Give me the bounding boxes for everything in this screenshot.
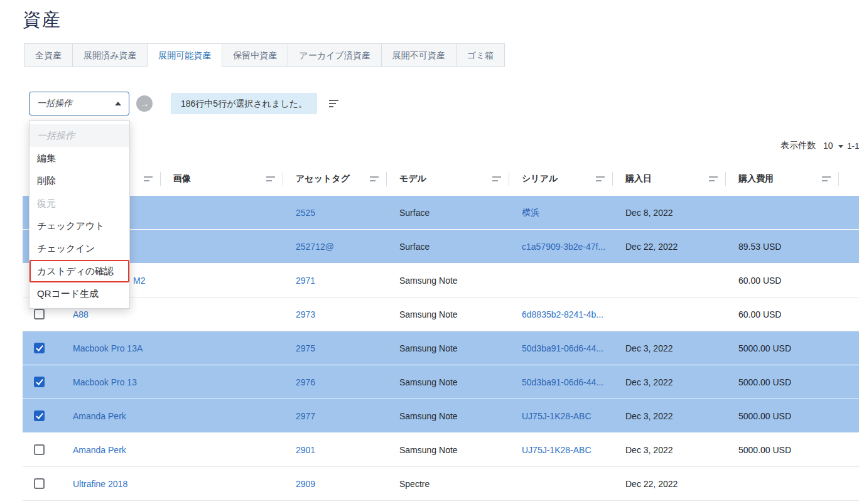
- asset-tag-link[interactable]: 252712@: [296, 242, 334, 252]
- table-cell: [23, 377, 60, 387]
- asset-tag-link[interactable]: 2973: [296, 309, 315, 319]
- assets-page: 資産 全資産展開済み資産展開可能資産保留中資産アーカイブ済資産展開不可資産ゴミ箱…: [0, 0, 859, 504]
- filter-icon[interactable]: [492, 176, 501, 181]
- filter-icon[interactable]: [370, 176, 379, 181]
- filter-icon[interactable]: [709, 176, 718, 181]
- page-title: 資産: [23, 8, 62, 33]
- table-cell: 横浜: [509, 207, 613, 218]
- purchase-cost-text: 5000.00 USD: [738, 343, 791, 353]
- purchase-date-text: Dec 22, 2022: [625, 479, 678, 489]
- column-header: 画像: [161, 162, 283, 196]
- asset-name-link[interactable]: Amanda Perk: [73, 411, 126, 421]
- table-cell: Samsung Note: [387, 445, 509, 455]
- table-cell: 2975: [283, 343, 387, 353]
- tab-3[interactable]: 展開可能資産: [147, 43, 222, 67]
- bulk-actions-menu: 一括操作編集削除復元チェックアウトチェックインカストディの確認QRコード生成: [29, 121, 130, 309]
- table-cell: 60.00 USD: [726, 309, 839, 319]
- filter-icon[interactable]: [822, 176, 831, 181]
- table-cell: [23, 343, 60, 353]
- row-checkbox[interactable]: [34, 343, 45, 353]
- tab-bar: 全資産展開済み資産展開可能資産保留中資産アーカイブ済資産展開不可資産ゴミ箱: [24, 43, 505, 67]
- table-cell: 5000.00 USD: [726, 343, 839, 353]
- tab-2[interactable]: 展開済み資産: [72, 43, 148, 67]
- filter-icon[interactable]: [144, 176, 153, 181]
- filter-icon[interactable]: [266, 176, 275, 181]
- asset-tag-link[interactable]: 2975: [296, 343, 315, 353]
- selection-alert: 186行中5行が選択されました。: [171, 93, 317, 114]
- serial-link[interactable]: UJ75J-1K28-ABC: [522, 445, 592, 455]
- column-label: 購入日: [625, 173, 652, 185]
- serial-link[interactable]: 横浜: [522, 207, 539, 217]
- table-row: 252712@Surfacec1a57909-3b2e-47f...Dec 22…: [23, 230, 859, 264]
- filter-icon[interactable]: [596, 176, 605, 181]
- purchase-date-text: Dec 3, 2022: [625, 445, 673, 455]
- table-cell: 2973: [283, 309, 387, 319]
- bulk-menu-item[interactable]: チェックアウト: [30, 215, 129, 237]
- bulk-menu-item[interactable]: 編集: [30, 147, 129, 169]
- bulk-menu-item[interactable]: QRコード生成: [30, 282, 129, 305]
- serial-link[interactable]: 50d3ba91-06d6-44...: [522, 377, 603, 387]
- bulk-menu-item[interactable]: 削除: [30, 169, 129, 192]
- chevron-up-icon: [115, 102, 121, 105]
- bulk-menu-item[interactable]: チェックイン: [30, 237, 129, 260]
- asset-tag-link[interactable]: 2901: [296, 445, 315, 455]
- serial-link[interactable]: 6d8835b2-8241-4b...: [522, 309, 603, 319]
- row-checkbox[interactable]: [34, 478, 45, 489]
- column-label: シリアル: [522, 173, 558, 185]
- serial-link[interactable]: 50d3ba91-06d6-44...: [522, 343, 603, 353]
- asset-tag-link[interactable]: 2525: [296, 208, 315, 218]
- table-cell: c1a57909-3b2e-47f...: [509, 242, 613, 252]
- model-text: Samsung Note: [399, 377, 458, 387]
- table-cell: 2971: [283, 276, 387, 286]
- model-text: Samsung Note: [399, 411, 458, 421]
- row-checkbox[interactable]: [34, 410, 45, 421]
- column-label: モデル: [399, 173, 426, 185]
- asset-tag-link[interactable]: 2971: [296, 276, 315, 286]
- purchase-date-text: Dec 3, 2022: [625, 377, 673, 387]
- row-checkbox[interactable]: [34, 309, 45, 319]
- table-cell: 6d8835b2-8241-4b...: [509, 309, 613, 319]
- table-cell: Amanda Perk: [60, 411, 161, 421]
- serial-link[interactable]: UJ75J-1K28-ABC: [522, 411, 592, 421]
- column-label: 画像: [173, 173, 191, 185]
- model-text: Samsung Note: [399, 309, 458, 319]
- table-cell: Samsung Note: [387, 411, 509, 421]
- column-header: 購入費用: [726, 162, 839, 196]
- tab-4[interactable]: 保留中資産: [222, 43, 288, 67]
- asset-name-link[interactable]: M2: [133, 276, 145, 286]
- apply-bulk-action-button[interactable]: →: [136, 95, 153, 112]
- tab-6[interactable]: 展開不可資産: [381, 43, 457, 67]
- table-row: M22971Samsung Note60.00 USD: [23, 264, 859, 298]
- table-cell: 60.00 USD: [726, 276, 839, 286]
- column-label: アセットタグ: [296, 173, 350, 185]
- sort-lines-icon[interactable]: [329, 100, 338, 107]
- row-checkbox[interactable]: [34, 444, 45, 455]
- table-cell: Samsung Note: [387, 343, 509, 353]
- bulk-menu-item[interactable]: カストディの確認: [30, 260, 129, 282]
- table-cell: 2901: [283, 445, 387, 455]
- column-header: [839, 162, 859, 196]
- serial-link[interactable]: c1a57909-3b2e-47f...: [522, 242, 605, 252]
- asset-name-link[interactable]: Ultrafine 2018: [73, 479, 127, 489]
- table-cell: Samsung Note: [387, 309, 509, 319]
- table-cell: 2909: [283, 479, 387, 489]
- bulk-menu-item: 一括操作: [30, 124, 129, 147]
- asset-tag-link[interactable]: 2909: [296, 479, 315, 489]
- asset-tag-link[interactable]: 2977: [296, 411, 315, 421]
- asset-name-link[interactable]: A88: [73, 309, 89, 319]
- per-page-control[interactable]: 表示件数 10: [781, 140, 843, 151]
- asset-name-link[interactable]: Amanda Perk: [73, 445, 126, 455]
- model-text: Samsung Note: [399, 343, 458, 353]
- purchase-date-text: Dec 22, 2022: [625, 242, 678, 252]
- table-cell: Surface: [387, 242, 509, 252]
- asset-name-link[interactable]: Macbook Pro 13A: [73, 343, 143, 353]
- tab-1[interactable]: 全資産: [24, 43, 73, 67]
- purchase-date-text: Dec 3, 2022: [625, 343, 673, 353]
- asset-name-link[interactable]: Macbook Pro 13: [73, 377, 137, 387]
- bulk-actions-select[interactable]: 一括操作: [29, 92, 129, 115]
- table-row: Ultrafine 20182909SpectreDec 22, 2022: [23, 467, 859, 501]
- tab-7[interactable]: ゴミ箱: [456, 43, 505, 67]
- asset-tag-link[interactable]: 2976: [296, 377, 315, 387]
- tab-5[interactable]: アーカイブ済資産: [288, 43, 381, 67]
- row-checkbox[interactable]: [34, 377, 45, 387]
